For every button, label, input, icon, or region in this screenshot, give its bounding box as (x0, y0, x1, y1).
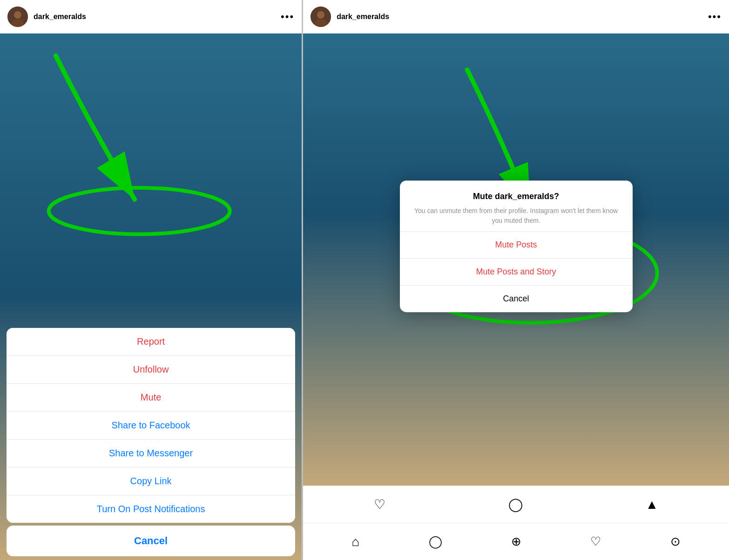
action-unfollow[interactable]: Unfollow (7, 356, 295, 384)
action-report[interactable]: Report (7, 328, 295, 356)
mute-dialog: Mute dark_emeralds? You can unmute them … (400, 180, 633, 312)
mute-posts-story-button[interactable]: Mute Posts and Story (400, 259, 633, 286)
profile-nav-icon[interactable]: ⊙ (670, 534, 681, 549)
right-username: dark_emeralds (337, 13, 708, 21)
like-icon[interactable]: ♡ (374, 497, 385, 512)
left-panel: dark_emeralds ••• Report Unfollow Mute S… (0, 0, 302, 560)
left-avatar (7, 7, 28, 27)
mute-dialog-title: Mute dark_emeralds? (409, 192, 623, 201)
send-icon[interactable]: ▲ (645, 497, 658, 512)
action-share-facebook[interactable]: Share to Facebook (7, 412, 295, 440)
right-bottom-nav: ⌂ ◯ ⊕ ♡ ⊙ (303, 523, 729, 560)
right-more-button[interactable]: ••• (708, 11, 722, 23)
home-nav-icon[interactable]: ⌂ (351, 534, 359, 549)
mute-dialog-header: Mute dark_emeralds? You can unmute them … (400, 180, 633, 232)
comment-icon[interactable]: ◯ (508, 497, 523, 512)
action-share-messenger[interactable]: Share to Messenger (7, 440, 295, 467)
mute-posts-button[interactable]: Mute Posts (400, 232, 633, 259)
mute-cancel-button[interactable]: Cancel (400, 286, 633, 312)
search-nav-icon[interactable]: ◯ (429, 534, 442, 549)
reels-nav-icon[interactable]: ♡ (590, 534, 601, 549)
add-nav-icon[interactable]: ⊕ (511, 534, 521, 549)
action-copy-link[interactable]: Copy Link (7, 467, 295, 495)
left-cancel-button[interactable]: Cancel (7, 526, 295, 556)
right-bottom-bar: ♡ ◯ ▲ (303, 486, 729, 523)
svg-point-1 (14, 11, 21, 19)
right-avatar (310, 7, 331, 27)
right-panel: dark_emeralds ••• Mute dark_emeralds? Yo… (303, 0, 729, 560)
left-username: dark_emeralds (34, 13, 281, 21)
right-post-header: dark_emeralds ••• (303, 0, 729, 33)
left-post-header: dark_emeralds ••• (0, 0, 302, 33)
action-mute[interactable]: Mute (7, 384, 295, 412)
left-more-button[interactable]: ••• (281, 11, 294, 23)
mute-dialog-description: You can unmute them from their profile. … (409, 206, 623, 226)
left-action-sheet: Report Unfollow Mute Share to Facebook S… (7, 328, 295, 523)
action-notifications[interactable]: Turn On Post Notifications (7, 495, 295, 523)
svg-point-6 (317, 11, 324, 19)
right-post-image: Mute dark_emeralds? You can unmute them … (303, 33, 729, 486)
